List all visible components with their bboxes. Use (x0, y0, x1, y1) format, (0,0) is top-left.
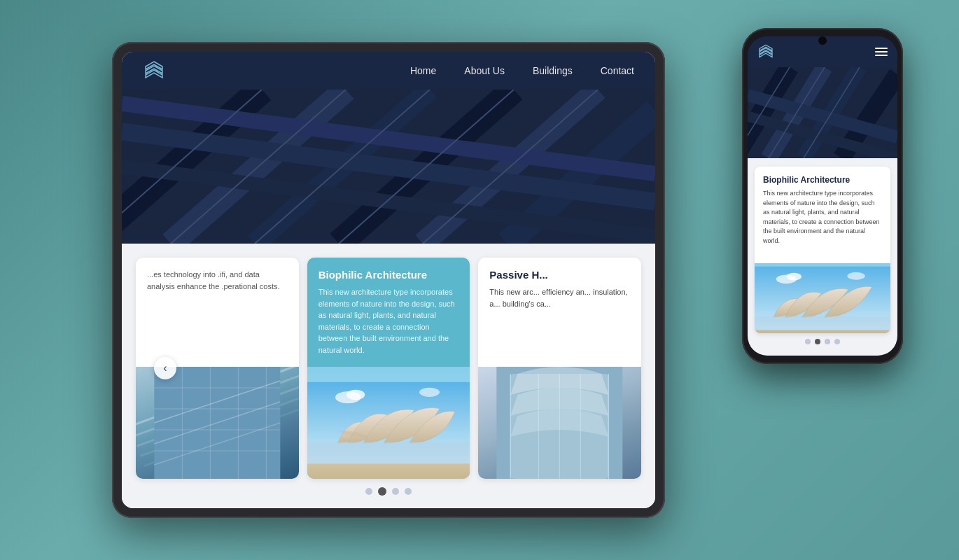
svg-point-57 (786, 273, 802, 281)
card-left-text: ...es technology into .ifi, and data ana… (147, 269, 288, 292)
phone-dot-2[interactable] (815, 339, 820, 344)
card-center-image (307, 367, 470, 479)
tablet-carousel-dots (136, 479, 641, 501)
svg-rect-59 (755, 316, 890, 330)
phone-card-title: Biophilic Architecture (763, 175, 882, 185)
card-right-image (478, 367, 641, 479)
tablet-cards-row: ‹ ...es technology into .ifi, and data a… (136, 258, 641, 479)
phone-card-image (755, 263, 890, 333)
phone-notch (818, 36, 827, 45)
card-right: Passive H... This new arc... efficiency … (478, 258, 641, 479)
phone-screen: Biophilic Architecture This new architec… (748, 36, 897, 356)
tablet-screen: Home About Us Buildings Contact (122, 52, 655, 508)
tablet-nav: Home About Us Buildings Contact (122, 52, 655, 90)
phone-device: Biophilic Architecture This new architec… (742, 28, 903, 364)
tablet-dot-3[interactable] (392, 488, 399, 495)
svg-point-33 (419, 388, 440, 397)
card-center: Biophilic Architecture This new architec… (307, 258, 470, 479)
hamburger-line-3 (875, 55, 888, 56)
nav-link-home[interactable]: Home (410, 65, 436, 76)
phone-card: Biophilic Architecture This new architec… (755, 167, 890, 333)
card-left-img-bg (136, 367, 299, 479)
card-left-image (136, 367, 299, 479)
phone-carousel-dots (755, 333, 890, 350)
card-right-text: This new arc... efficiency an... insulat… (489, 286, 630, 309)
svg-point-32 (346, 390, 365, 400)
tablet-hero (122, 90, 655, 244)
phone-hero (748, 67, 897, 158)
tablet-device: Home About Us Buildings Contact (112, 42, 665, 518)
phone-dot-1[interactable] (805, 339, 811, 344)
hero-lines (122, 90, 655, 244)
nav-link-buildings[interactable]: Buildings (533, 65, 573, 76)
tablet-dot-4[interactable] (405, 488, 412, 495)
nav-link-contact[interactable]: Contact (601, 65, 634, 76)
svg-marker-2 (146, 70, 162, 78)
card-right-content: Passive H... This new arc... efficiency … (478, 258, 641, 367)
tablet-dot-1[interactable] (365, 488, 372, 495)
phone-hero-lines (748, 67, 897, 158)
tablet-logo (143, 59, 165, 82)
tablet-logo-icon (143, 59, 165, 82)
phone-logo (757, 43, 774, 60)
card-center-title: Biophilic Architecture (318, 269, 459, 281)
phone-card-text: This new architecture type incorporates … (763, 189, 882, 246)
phone-dot-4[interactable] (834, 339, 840, 344)
hamburger-line-2 (875, 51, 888, 52)
svg-rect-34 (307, 442, 470, 464)
svg-marker-44 (760, 51, 772, 57)
phone-hamburger-menu[interactable] (875, 48, 888, 56)
svg-point-58 (847, 272, 864, 280)
nav-link-about[interactable]: About Us (464, 65, 505, 76)
tablet-nav-links: Home About Us Buildings Contact (410, 65, 634, 76)
phone-card-content: Biophilic Architecture This new architec… (755, 167, 890, 263)
phone-card-area: Biophilic Architecture This new architec… (748, 158, 897, 356)
card-right-img-bg (478, 367, 641, 479)
hero-background (122, 90, 655, 244)
card-center-img-bg (307, 367, 470, 479)
phone-hero-bg (748, 67, 897, 158)
prev-icon: ‹ (163, 362, 167, 374)
tablet-dot-2[interactable] (378, 487, 386, 496)
phone-dot-3[interactable] (825, 339, 830, 344)
card-center-text: This new architecture type incorporates … (318, 286, 459, 356)
prev-button[interactable]: ‹ (154, 357, 176, 379)
tablet-cards-section: ‹ ...es technology into .ifi, and data a… (122, 244, 655, 508)
card-right-title: Passive H... (489, 269, 630, 281)
card-center-content: Biophilic Architecture This new architec… (307, 258, 470, 367)
card-left-content: ...es technology into .ifi, and data ana… (136, 258, 299, 367)
hamburger-line-1 (875, 48, 888, 49)
